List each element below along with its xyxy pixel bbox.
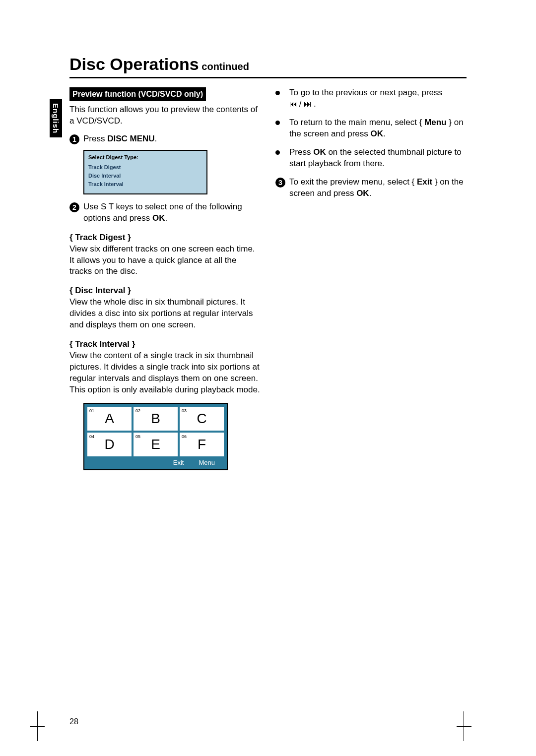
- disc-menu-label: DISC MENU: [107, 134, 154, 143]
- thumbnail-grid: 01A 02B 03C 04D 05E 06F: [87, 407, 224, 456]
- step-1-body: Press DISC MENU.: [83, 133, 261, 145]
- ok-label: OK: [152, 213, 165, 223]
- option-track-digest-text: View six different tracks on one screen …: [69, 244, 261, 278]
- digest-menu-title: Select Digest Type:: [88, 154, 202, 161]
- crop-mark-icon: [457, 711, 471, 741]
- prev-icon: ⏮: [289, 100, 297, 108]
- thumbnail-footer: Exit Menu: [87, 456, 224, 468]
- option-disc-interval-head: { Disc Interval }: [69, 285, 261, 297]
- thumbnail-panel-illustration: 01A 02B 03C 04D 05E 06F Exit Menu: [83, 403, 228, 471]
- exit-label: Exit: [417, 177, 432, 187]
- left-column: Preview function (VCD/SVCD only) This fu…: [69, 87, 261, 470]
- thumbnail-cell: 03C: [180, 407, 224, 431]
- thumbnail-cell: 02B: [134, 407, 178, 431]
- thumbnail-cell: 01A: [87, 407, 132, 431]
- bullet-press-ok: Press OK on the selected thumbnail pictu…: [275, 147, 467, 170]
- page-title-row: Disc Operations continued: [69, 55, 467, 78]
- step-2-body: Use S T keys to select one of the follow…: [83, 201, 261, 224]
- step-1: 1 Press DISC MENU.: [69, 133, 261, 145]
- page-number: 28: [69, 717, 78, 726]
- step-number-icon: 1: [69, 134, 79, 144]
- exit-label: Exit: [173, 458, 184, 467]
- option-track-interval-text: View the content of a single track in si…: [69, 350, 261, 396]
- step-3: 3 To exit the preview menu, select { Exi…: [275, 177, 467, 199]
- menu-label: Menu: [424, 118, 446, 127]
- ok-label: OK: [370, 129, 383, 138]
- crop-mark-icon: [30, 711, 45, 741]
- step-1-prefix: Press: [83, 134, 107, 143]
- option-track-interval-head: { Track Interval }: [69, 339, 261, 350]
- right-column: To go to the previous or next page, pres…: [275, 87, 467, 470]
- thumbnail-cell: 05E: [134, 433, 178, 456]
- ok-label: OK: [313, 147, 326, 157]
- step-number-icon: 2: [69, 202, 79, 212]
- page-title-continued: continued: [199, 61, 249, 72]
- digest-menu-item: Disc Interval: [88, 172, 202, 180]
- option-track-digest-head: { Track Digest }: [69, 232, 261, 244]
- section-heading: Preview function (VCD/SVCD only): [69, 87, 206, 101]
- bullet-prev-next: To go to the previous or next page, pres…: [275, 87, 467, 110]
- thumbnail-cell: 04D: [87, 433, 132, 456]
- ok-label: OK: [356, 189, 369, 198]
- bullet-return-menu: To return to the main menu, select { Men…: [275, 117, 467, 140]
- option-disc-interval-text: View the whole disc in six thumbnail pic…: [69, 297, 261, 331]
- next-icon: ⏭: [304, 100, 311, 108]
- menu-label: Menu: [199, 458, 215, 467]
- intro-text: This function allows you to preview the …: [69, 104, 261, 127]
- digest-menu-item: Track Interval: [88, 180, 202, 189]
- digest-menu-item: Track Digest: [88, 163, 202, 172]
- manual-page: English Disc Operations continued Previe…: [0, 0, 536, 756]
- page-title: Disc Operations: [69, 55, 199, 73]
- thumbnail-cell: 06F: [180, 433, 224, 456]
- bullet-icon: [275, 150, 280, 155]
- bullet-icon: [275, 91, 280, 95]
- language-tab: English: [50, 99, 62, 137]
- content-columns: Preview function (VCD/SVCD only) This fu…: [69, 87, 467, 470]
- step-1-suffix: .: [155, 134, 157, 143]
- digest-menu-illustration: Select Digest Type: Track Digest Disc In…: [83, 150, 207, 194]
- bullet-icon: [275, 121, 280, 125]
- step-2: 2 Use S T keys to select one of the foll…: [69, 201, 261, 224]
- step-number-icon: 3: [275, 178, 285, 188]
